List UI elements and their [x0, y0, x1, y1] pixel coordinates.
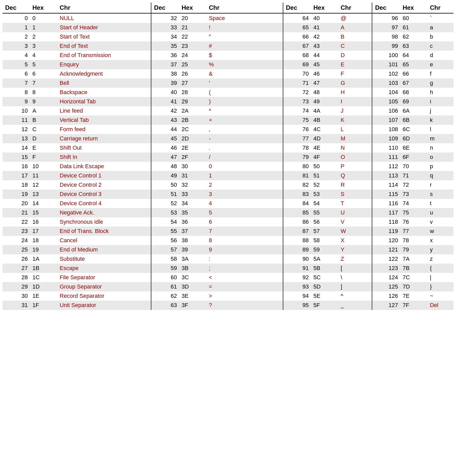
chr1: Negative Ack. — [57, 208, 151, 217]
chr2: 8 — [206, 236, 283, 245]
hex2: 22 — [179, 32, 206, 41]
chr4: d — [427, 51, 453, 60]
chr3: L — [338, 125, 372, 134]
hex4: 7F — [400, 301, 427, 310]
dec3: 86 — [283, 217, 311, 227]
hex4: 6F — [400, 152, 427, 162]
hex2: 39 — [179, 245, 206, 254]
dec1: 16 — [3, 162, 30, 171]
dec3: 95 — [283, 301, 311, 310]
hex4: 6A — [400, 106, 427, 115]
chr3: N — [338, 143, 372, 152]
chr3: I — [338, 97, 372, 106]
hex4: 72 — [400, 180, 427, 190]
chr2: . — [206, 143, 283, 152]
dec2: 37 — [151, 60, 179, 69]
hex1: 3 — [30, 41, 57, 51]
chr3: [ — [338, 264, 372, 273]
dec4: 115 — [372, 190, 400, 199]
header-dec4: Dec — [372, 3, 400, 13]
dec4: 111 — [372, 152, 400, 162]
dec2: 60 — [151, 273, 179, 282]
chr3: Y — [338, 245, 372, 254]
hex2: 2C — [179, 125, 206, 134]
hex2: 2D — [179, 134, 206, 143]
dec1: 13 — [3, 134, 30, 143]
dec1: 31 — [3, 301, 30, 310]
hex1: D — [30, 134, 57, 143]
dec4: 98 — [372, 32, 400, 41]
chr4: | — [427, 273, 453, 282]
chr3: \ — [338, 273, 372, 282]
dec3: 87 — [283, 227, 311, 236]
hex3: 46 — [311, 69, 338, 78]
hex4: 78 — [400, 236, 427, 245]
dec4: 101 — [372, 60, 400, 69]
header-chr4: Chr — [427, 3, 453, 13]
dec4: 124 — [372, 273, 400, 282]
dec3: 91 — [283, 264, 311, 273]
chr4: a — [427, 23, 453, 32]
hex2: 33 — [179, 190, 206, 199]
dec1: 14 — [3, 143, 30, 152]
dec1: 1 — [3, 23, 30, 32]
chr2: # — [206, 41, 283, 51]
dec1: 5 — [3, 60, 30, 69]
chr1: Start of Header — [57, 23, 151, 32]
dec4: 107 — [372, 115, 400, 125]
dec4: 123 — [372, 264, 400, 273]
dec2: 56 — [151, 236, 179, 245]
dec1: 11 — [3, 115, 30, 125]
dec3: 85 — [283, 208, 311, 217]
chr2: 7 — [206, 227, 283, 236]
ascii-table: Dec Hex Chr Dec Hex Chr Dec Hex Chr Dec … — [3, 3, 453, 310]
hex4: 6B — [400, 115, 427, 125]
chr4: u — [427, 208, 453, 217]
chr1: Record Separator — [57, 291, 151, 301]
hex2: 34 — [179, 199, 206, 208]
dec1: 4 — [3, 51, 30, 60]
chr2: ' — [206, 78, 283, 88]
dec2: 59 — [151, 264, 179, 273]
hex4: 65 — [400, 60, 427, 69]
dec1: 19 — [3, 190, 30, 199]
hex3: 47 — [311, 78, 338, 88]
dec4: 108 — [372, 125, 400, 134]
dec2: 40 — [151, 88, 179, 97]
chr3: S — [338, 190, 372, 199]
hex3: 40 — [311, 13, 338, 23]
chr2: ? — [206, 301, 283, 310]
dec2: 32 — [151, 13, 179, 23]
chr4: w — [427, 227, 453, 236]
dec1: 17 — [3, 171, 30, 180]
chr3: C — [338, 41, 372, 51]
chr2: % — [206, 60, 283, 69]
hex4: 67 — [400, 78, 427, 88]
dec1: 24 — [3, 236, 30, 245]
chr1: Device Control 2 — [57, 180, 151, 190]
hex1: E — [30, 143, 57, 152]
chr1: Backspace — [57, 88, 151, 97]
hex2: 29 — [179, 97, 206, 106]
dec1: 2 — [3, 32, 30, 41]
dec1: 20 — [3, 199, 30, 208]
dec4: 121 — [372, 245, 400, 254]
chr1: Synchronous idle — [57, 217, 151, 227]
hex2: 25 — [179, 60, 206, 69]
dec3: 65 — [283, 23, 311, 32]
dec4: 113 — [372, 171, 400, 180]
hex1: 13 — [30, 190, 57, 199]
dec2: 54 — [151, 217, 179, 227]
hex2: 20 — [179, 13, 206, 23]
hex3: 4F — [311, 152, 338, 162]
chr2: 3 — [206, 190, 283, 199]
hex3: 5B — [311, 264, 338, 273]
chr1: End of Medium — [57, 245, 151, 254]
hex2: 2E — [179, 143, 206, 152]
hex4: 66 — [400, 69, 427, 78]
chr4: g — [427, 78, 453, 88]
dec3: 83 — [283, 190, 311, 199]
chr4: i — [427, 97, 453, 106]
dec3: 70 — [283, 69, 311, 78]
hex2: 28 — [179, 88, 206, 97]
